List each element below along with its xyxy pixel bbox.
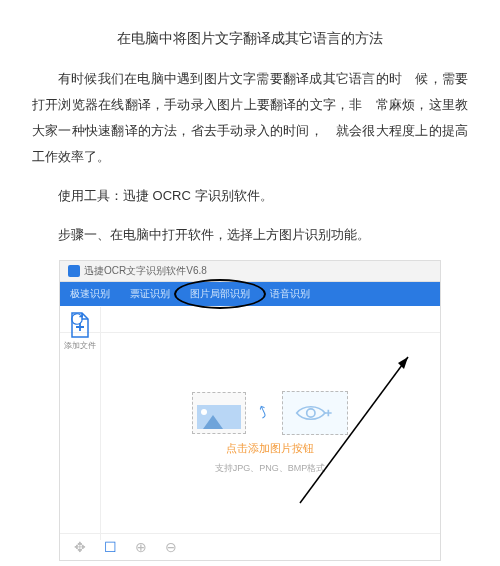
app-screenshot: 迅捷OCR文字识别软件V6.8 极速识别 票证识别 图片局部识别 语音识别 添加… bbox=[59, 260, 441, 561]
zoom-out-icon[interactable]: ⊖ bbox=[165, 539, 177, 555]
illustration: ⤴ bbox=[192, 391, 348, 435]
document-title: 在电脑中将图片文字翻译成其它语言的方法 bbox=[32, 24, 468, 52]
nav-item-image-region-ocr[interactable]: 图片局部识别 bbox=[180, 282, 260, 306]
arrow-dots-icon: ⤴ bbox=[257, 403, 272, 423]
nav-item-ticket-ocr[interactable]: 票证识别 bbox=[120, 282, 180, 306]
add-file-icon[interactable] bbox=[68, 311, 92, 339]
add-file-label: 添加文件 bbox=[60, 341, 100, 351]
move-icon[interactable]: ✥ bbox=[74, 539, 86, 555]
toolbar bbox=[60, 306, 440, 333]
formats-label: 支持JPG、PNG、BMP格式 bbox=[215, 462, 326, 475]
photo-thumb-icon bbox=[192, 392, 246, 434]
zoom-in-icon[interactable]: ⊕ bbox=[135, 539, 147, 555]
side-panel: 添加文件 bbox=[60, 307, 101, 540]
paragraph-intro: 有时候我们在电脑中遇到图片文字需要翻译成其它语言的时 候，需要打开浏览器在线翻译… bbox=[32, 66, 468, 170]
preview-eye-icon bbox=[282, 391, 348, 435]
svg-point-2 bbox=[307, 409, 315, 417]
nav-item-fast-ocr[interactable]: 极速识别 bbox=[60, 282, 120, 306]
paragraph-tool: 使用工具：迅捷 OCRC 字识别软件。 bbox=[32, 183, 468, 209]
window-title-text: 迅捷OCR文字识别软件V6.8 bbox=[84, 264, 207, 278]
drop-area[interactable]: ⤴ 点击添加图片按钮 支持JPG、PNG、BMP格式 bbox=[100, 333, 440, 533]
bottom-toolbar: ✥ ☐ ⊕ ⊖ bbox=[60, 533, 440, 560]
paragraph-step1: 步骤一、在电脑中打开软件，选择上方图片识别功能。 bbox=[32, 222, 468, 248]
svg-marker-1 bbox=[398, 357, 408, 369]
upload-label: 点击添加图片按钮 bbox=[226, 441, 314, 456]
crop-icon[interactable]: ☐ bbox=[104, 539, 117, 555]
window-titlebar: 迅捷OCR文字识别软件V6.8 bbox=[60, 261, 440, 282]
app-icon bbox=[68, 265, 80, 277]
nav-item-voice-ocr[interactable]: 语音识别 bbox=[260, 282, 320, 306]
nav-bar: 极速识别 票证识别 图片局部识别 语音识别 bbox=[60, 282, 440, 306]
